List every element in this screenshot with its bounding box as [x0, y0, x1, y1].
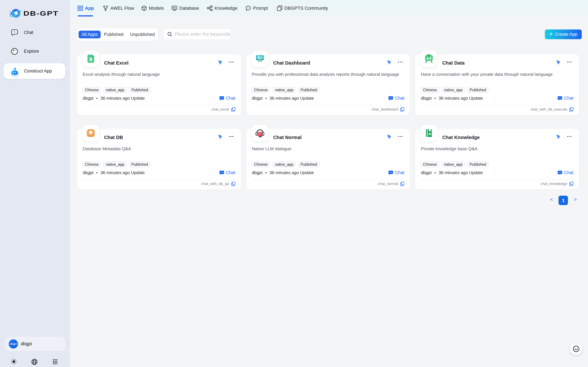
- svg-text:SQL: SQL: [173, 7, 176, 9]
